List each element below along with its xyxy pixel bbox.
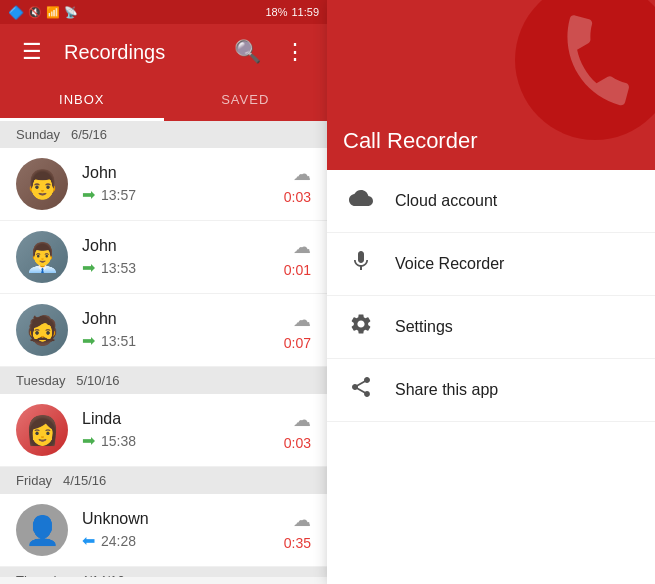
tab-saved[interactable]: SAVED <box>164 80 328 119</box>
cloud-icon: ☁ <box>293 509 311 531</box>
recording-right: ☁ 0:07 <box>284 309 311 351</box>
time-row: ➡ 13:51 <box>82 331 284 350</box>
contact-name: John <box>82 310 284 328</box>
contact-name: John <box>82 237 284 255</box>
share-app-label: Share this app <box>395 381 498 399</box>
menu-title: Call Recorder <box>343 128 478 154</box>
cloud-account-icon <box>347 186 375 216</box>
cloud-icon: ☁ <box>293 163 311 185</box>
page-title: Recordings <box>64 41 215 64</box>
recording-right: ☁ 0:01 <box>284 236 311 278</box>
duration: 0:07 <box>284 335 311 351</box>
list-item[interactable]: 👨 John ➡ 13:57 ☁ 0:03 <box>0 148 327 221</box>
signal-icon: 📡 <box>64 6 78 19</box>
menu-item-voice[interactable]: Voice Recorder <box>327 233 655 296</box>
more-icon[interactable]: ⋮ <box>279 39 311 65</box>
contact-name: Unknown <box>82 510 284 528</box>
app-bar: ☰ Recordings 🔍 ⋮ <box>0 24 327 80</box>
mute-icon: 🔇 <box>28 6 42 19</box>
voice-recorder-label: Voice Recorder <box>395 255 504 273</box>
recording-right: ☁ 0:03 <box>284 409 311 451</box>
tab-inbox[interactable]: INBOX <box>0 80 164 119</box>
search-icon[interactable]: 🔍 <box>231 39 263 65</box>
tabs: INBOX SAVED <box>0 80 327 121</box>
recording-right: ☁ 0:03 <box>284 163 311 205</box>
status-right-info: 18% 11:59 <box>265 6 319 18</box>
menu-item-settings[interactable]: Settings <box>327 296 655 359</box>
outgoing-arrow-icon: ➡ <box>82 185 95 204</box>
recording-info: John ➡ 13:53 <box>82 237 284 277</box>
menu-panel: Call Recorder Cloud account Voice Record… <box>327 0 655 584</box>
menu-header: Call Recorder <box>327 0 655 170</box>
list-item[interactable]: 🧔 John ➡ 13:51 ☁ 0:07 <box>0 294 327 367</box>
share-icon <box>347 375 375 405</box>
bluetooth-icon: 🔷 <box>8 5 24 20</box>
timestamp: 15:38 <box>101 433 136 449</box>
date-header-sunday: Sunday 6/5/16 <box>0 121 327 148</box>
duration: 0:35 <box>284 535 311 551</box>
microphone-icon <box>347 249 375 279</box>
status-bar: 🔷 🔇 📶 📡 18% 11:59 <box>0 0 327 24</box>
time-text: 11:59 <box>291 6 319 18</box>
timestamp: 13:53 <box>101 260 136 276</box>
list-item[interactable]: 👤 Unknown ⬅ 24:28 ☁ 0:35 <box>0 494 327 567</box>
time-row: ➡ 13:53 <box>82 258 284 277</box>
menu-item-share[interactable]: Share this app <box>327 359 655 422</box>
duration: 0:01 <box>284 262 311 278</box>
date-header-tuesday: Tuesday 5/10/16 <box>0 367 327 394</box>
cloud-icon: ☁ <box>293 309 311 331</box>
recording-right: ☁ 0:35 <box>284 509 311 551</box>
avatar: 👨 <box>16 158 68 210</box>
menu-item-cloud[interactable]: Cloud account <box>327 170 655 233</box>
time-row: ➡ 13:57 <box>82 185 284 204</box>
timestamp: 24:28 <box>101 533 136 549</box>
duration: 0:03 <box>284 435 311 451</box>
contact-name: John <box>82 164 284 182</box>
menu-icon[interactable]: ☰ <box>16 39 48 65</box>
avatar: 👤 <box>16 504 68 556</box>
incoming-arrow-icon: ⬅ <box>82 531 95 550</box>
avatar: 👨‍💼 <box>16 231 68 283</box>
time-row: ➡ 15:38 <box>82 431 284 450</box>
timestamp: 13:51 <box>101 333 136 349</box>
time-row: ⬅ 24:28 <box>82 531 284 550</box>
timestamp: 13:57 <box>101 187 136 203</box>
avatar: 🧔 <box>16 304 68 356</box>
recording-info: Linda ➡ 15:38 <box>82 410 284 450</box>
list-item[interactable]: 👨‍💼 John ➡ 13:53 ☁ 0:01 <box>0 221 327 294</box>
avatar: 👩 <box>16 404 68 456</box>
recording-info: John ➡ 13:51 <box>82 310 284 350</box>
settings-label: Settings <box>395 318 453 336</box>
recording-info: John ➡ 13:57 <box>82 164 284 204</box>
contact-name: Linda <box>82 410 284 428</box>
recording-list: Sunday 6/5/16 👨 John ➡ 13:57 ☁ 0:03 👨‍💼 <box>0 121 327 577</box>
date-header-friday: Friday 4/15/16 <box>0 467 327 494</box>
status-left-icons: 🔷 🔇 📶 📡 <box>8 5 78 20</box>
cloud-icon: ☁ <box>293 236 311 258</box>
outgoing-arrow-icon: ➡ <box>82 431 95 450</box>
cloud-account-label: Cloud account <box>395 192 497 210</box>
recording-info: Unknown ⬅ 24:28 <box>82 510 284 550</box>
list-item[interactable]: 👩 Linda ➡ 15:38 ☁ 0:03 <box>0 394 327 467</box>
outgoing-arrow-icon: ➡ <box>82 331 95 350</box>
settings-icon <box>347 312 375 342</box>
battery-text: 18% <box>265 6 287 18</box>
outgoing-arrow-icon: ➡ <box>82 258 95 277</box>
cloud-icon: ☁ <box>293 409 311 431</box>
duration: 0:03 <box>284 189 311 205</box>
date-header-thursday: Thursday 4/14/16 <box>0 567 327 577</box>
wifi-icon: 📶 <box>46 6 60 19</box>
